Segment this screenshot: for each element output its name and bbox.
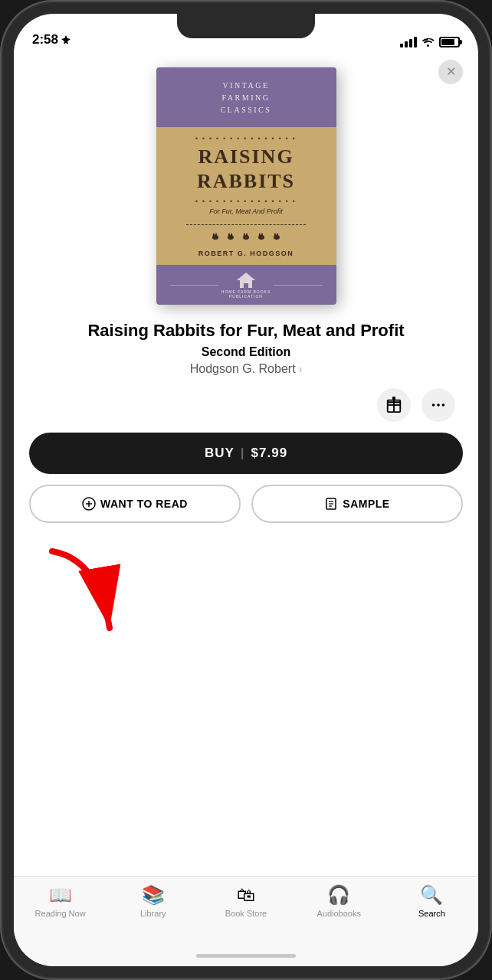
svg-point-7 xyxy=(244,233,245,237)
notch xyxy=(177,14,315,38)
tab-book-store-label: Book Store xyxy=(225,909,267,918)
book-bottom: HOME FARM BOOKS PUBLICATION xyxy=(156,265,336,305)
tab-search-label: Search xyxy=(418,909,445,918)
book-info: Raising Rabbits for Fur, Meat and Profit… xyxy=(29,320,463,376)
tab-reading-now-label: Reading Now xyxy=(35,909,86,918)
close-icon: ✕ xyxy=(446,66,456,78)
sample-icon xyxy=(324,497,338,511)
action-icons-row xyxy=(29,388,463,422)
more-options-button[interactable] xyxy=(421,388,455,422)
rabbit-icon xyxy=(271,233,282,240)
battery-icon xyxy=(439,37,460,47)
phone-frame: 2:58 xyxy=(0,0,492,980)
book-store-icon: 🛍 xyxy=(237,884,255,906)
book-cover-title: RAISING RABBITS xyxy=(197,145,295,192)
buy-divider: | xyxy=(241,446,245,461)
rabbit-icon xyxy=(210,233,221,240)
book-middle: ▪ ▪ ▪ ▪ ▪ ▪ ▪ ▪ ▪ ▪ ▪ ▪ ▪ ▪ ▪ RAISING RA… xyxy=(156,127,336,265)
home-indicator xyxy=(14,945,478,966)
svg-point-21 xyxy=(432,403,435,407)
book-cover-author: ROBERT G. HODGSON xyxy=(198,250,294,257)
home-bar xyxy=(196,954,296,958)
publisher-house-icon xyxy=(235,271,257,289)
book-cover: VINTAGE FARMING CLASSICS ▪ ▪ ▪ ▪ ▪ ▪ ▪ ▪… xyxy=(156,67,336,305)
tab-audiobooks[interactable]: 🎧 Audiobooks xyxy=(293,884,385,918)
status-time: 2:58 xyxy=(32,32,71,47)
rabbit-icon xyxy=(225,233,236,240)
rabbit-icon xyxy=(256,233,267,240)
rabbit-icon xyxy=(241,233,251,240)
book-subtitle: For Fur, Meat And Profit xyxy=(209,207,283,215)
chevron-right-icon: › xyxy=(299,363,303,375)
book-title-text: Raising Rabbits for Fur, Meat and Profit xyxy=(29,320,463,342)
sample-button[interactable]: SAMPLE xyxy=(251,485,463,523)
gift-icon xyxy=(385,397,402,413)
time-display: 2:58 xyxy=(32,32,58,47)
reading-now-icon: 📖 xyxy=(49,884,72,906)
status-icons xyxy=(400,37,460,47)
tab-library-label: Library xyxy=(140,909,166,918)
buy-label: BUY xyxy=(205,446,235,461)
secondary-buttons: WANT TO READ SAMPLE xyxy=(29,485,463,523)
buy-button[interactable]: BUY | $7.99 xyxy=(29,433,463,474)
screen: 2:58 xyxy=(14,14,478,966)
tab-audiobooks-label: Audiobooks xyxy=(317,909,361,918)
svg-point-22 xyxy=(437,403,440,407)
svg-point-10 xyxy=(259,233,261,237)
book-top: VINTAGE FARMING CLASSICS xyxy=(156,67,336,127)
svg-rect-17 xyxy=(244,283,248,288)
svg-point-11 xyxy=(261,233,263,237)
want-to-read-button[interactable]: WANT TO READ xyxy=(29,485,241,523)
price-label: $7.99 xyxy=(251,446,288,461)
svg-point-8 xyxy=(246,233,248,237)
svg-marker-15 xyxy=(237,273,255,280)
book-series: VINTAGE FARMING CLASSICS xyxy=(167,80,326,116)
publisher-logo: HOME FARM BOOKS PUBLICATION xyxy=(221,271,271,299)
tab-library[interactable]: 📚 Library xyxy=(107,884,199,918)
library-icon: 📚 xyxy=(142,884,165,906)
svg-point-14 xyxy=(277,233,278,237)
book-cover-container: VINTAGE FARMING CLASSICS ▪ ▪ ▪ ▪ ▪ ▪ ▪ ▪… xyxy=(156,67,336,305)
search-icon: 🔍 xyxy=(420,884,443,906)
svg-point-5 xyxy=(231,233,232,237)
gift-icon-button[interactable] xyxy=(377,388,411,422)
tab-bar: 📖 Reading Now 📚 Library 🛍 Book Store 🎧 A… xyxy=(14,876,478,945)
book-author-link[interactable]: Hodgson G. Robert › xyxy=(29,362,463,376)
content-area: ✕ VINTAGE FARMING CLASSICS ▪ ▪ ▪ ▪ ▪ ▪ ▪… xyxy=(14,52,478,876)
svg-point-13 xyxy=(274,233,276,237)
more-dots-icon xyxy=(430,397,447,413)
book-edition-text: Second Edition xyxy=(29,345,463,359)
svg-point-1 xyxy=(213,233,215,237)
publisher-pub: PUBLICATION xyxy=(229,294,263,299)
audiobooks-icon: 🎧 xyxy=(327,884,350,906)
want-to-read-label: WANT TO READ xyxy=(100,498,188,510)
tab-reading-now[interactable]: 📖 Reading Now xyxy=(14,884,107,918)
svg-point-4 xyxy=(228,233,230,237)
tab-search[interactable]: 🔍 Search xyxy=(385,884,478,918)
close-button[interactable]: ✕ xyxy=(438,60,463,84)
svg-point-23 xyxy=(442,403,445,407)
sample-label: SAMPLE xyxy=(343,498,389,510)
signal-bars xyxy=(400,37,417,47)
plus-circle-icon xyxy=(82,497,96,511)
wifi-icon xyxy=(421,38,435,47)
tab-book-store[interactable]: 🛍 Book Store xyxy=(199,884,292,918)
location-icon xyxy=(61,35,71,44)
red-arrow-annotation xyxy=(37,544,129,654)
svg-point-2 xyxy=(215,233,217,237)
